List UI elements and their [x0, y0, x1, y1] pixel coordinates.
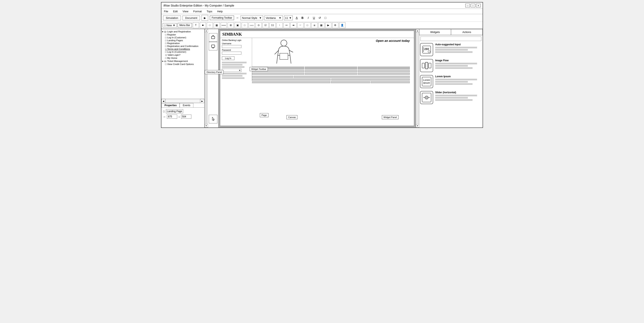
- menu-help[interactable]: Help: [216, 9, 224, 13]
- rect-tool[interactable]: □: [207, 22, 213, 28]
- svg-line-10: [290, 55, 291, 63]
- table-tool[interactable]: ⊞: [228, 22, 234, 28]
- underline-A-button[interactable]: A: [294, 15, 299, 20]
- document-button[interactable]: Document: [182, 15, 200, 20]
- main-window: iRise Studio Enterprise Edition - My Com…: [161, 2, 483, 128]
- tree-register[interactable]: □ Register: [162, 33, 204, 36]
- dir-btn-down[interactable]: [209, 42, 218, 50]
- cursor-tool[interactable]: ☞: [298, 22, 304, 28]
- tree-terms[interactable]: □ Terms and Conditions: [162, 47, 204, 50]
- tree-login-customer2[interactable]: □ Log In (Customer): [162, 50, 204, 53]
- tab-widgets[interactable]: Widgets: [419, 29, 451, 35]
- minimize-button[interactable]: —: [465, 4, 470, 7]
- close-button[interactable]: ✕: [476, 4, 480, 7]
- scroll-up[interactable]: ▲: [205, 29, 208, 32]
- formatting-toolbar-label: Formatting Toolbar: [210, 15, 234, 20]
- radio-tool[interactable]: ⊙: [256, 22, 262, 28]
- frame-tool2[interactable]: ▭▭: [248, 22, 255, 28]
- scroll-track[interactable]: [166, 99, 200, 103]
- svg-rect-4: [212, 45, 215, 47]
- play-tool[interactable]: ▶: [325, 22, 332, 28]
- tree-valid-login[interactable]: ◇ Valid Login?: [162, 53, 204, 56]
- size-dropdown-icon: ▼: [289, 16, 292, 19]
- size-select[interactable]: 11 ▼: [284, 15, 293, 20]
- undo-button[interactable]: ↺: [317, 15, 322, 20]
- dropdown-box[interactable]: ▼: [222, 69, 242, 72]
- menu-file[interactable]: File: [163, 9, 169, 13]
- scroll-down[interactable]: ▼: [205, 124, 208, 127]
- border-tool[interactable]: □: [242, 22, 248, 28]
- simulation-button[interactable]: Simulation: [163, 15, 181, 20]
- password-input[interactable]: [222, 52, 242, 54]
- tree-landing-pages[interactable]: □ Landing Pages: [162, 39, 204, 42]
- dir-btn-up[interactable]: [209, 33, 218, 42]
- page-tool[interactable]: □: [304, 22, 310, 28]
- auto-suggest-svg: 280: [421, 44, 432, 55]
- fill-tool[interactable]: ■: [200, 22, 206, 28]
- upload-tool[interactable]: ↑: [276, 22, 282, 28]
- user-tool[interactable]: 👤: [339, 22, 346, 28]
- image-flow-info: Image Flow: [435, 59, 482, 69]
- dir-btn-bottom[interactable]: [209, 115, 218, 123]
- menu-tops[interactable]: Tops: [206, 9, 213, 13]
- block12: [252, 78, 330, 80]
- maximize-button[interactable]: □: [471, 4, 475, 7]
- tree-scrollbar: ◀ ▶: [162, 99, 204, 103]
- tab-properties[interactable]: Properties: [162, 103, 180, 107]
- slider-svg: [421, 92, 432, 103]
- tree-login-customer1[interactable]: □ Log In (Customer): [162, 36, 204, 39]
- scroll-right[interactable]: ▶: [200, 99, 204, 103]
- style-select[interactable]: Normal Style ▼: [240, 15, 263, 20]
- style-dropdown-icon: ▼: [259, 16, 262, 19]
- bold-button[interactable]: B: [300, 15, 305, 20]
- menu-edit[interactable]: Edit: [172, 9, 178, 13]
- tab-actions[interactable]: Actions: [451, 29, 483, 35]
- block2: [305, 67, 357, 69]
- width-input[interactable]: 875: [167, 115, 177, 119]
- grid-tool[interactable]: ▦: [214, 22, 220, 28]
- number-tool[interactable]: 11: [270, 22, 276, 28]
- menu-format[interactable]: Format: [192, 9, 202, 13]
- block8: [305, 73, 357, 75]
- scroll-track-v[interactable]: [205, 32, 208, 124]
- split-tool[interactable]: ⊞: [311, 22, 318, 28]
- settings-tool[interactable]: ⚙: [332, 22, 338, 28]
- tab-events[interactable]: Events: [180, 103, 194, 107]
- check-tool[interactable]: ☑: [262, 22, 269, 28]
- formatting-group: Normal Style ▼ Verdana ▼ 11 ▼: [240, 15, 293, 20]
- text-tool[interactable]: T: [193, 22, 199, 28]
- font-select[interactable]: Verdana ▼: [264, 15, 283, 20]
- tree-registration-confirmation[interactable]: □ Registration and Confirmation: [162, 45, 204, 47]
- play-button[interactable]: ▶: [202, 15, 208, 21]
- frame-button[interactable]: □: [323, 15, 328, 20]
- tree-login-registration[interactable]: ▸ 🗂 Login and Registration: [162, 30, 204, 33]
- username-input[interactable]: [222, 45, 242, 48]
- tree-ticket-management[interactable]: ▸ 🗂 Ticket Management: [162, 59, 204, 63]
- svg-text:280: 280: [424, 47, 429, 51]
- props-content: □ Landing Page ↔ 875 ↕ 504: [162, 108, 204, 122]
- ruler-tool[interactable]: ═══: [221, 22, 227, 28]
- row4: [252, 76, 410, 78]
- arrow-tool[interactable]: ➡: [290, 22, 296, 28]
- tree-registration[interactable]: □ Registration: [162, 42, 204, 45]
- scroll-bottom-arrow[interactable]: ▼: [416, 124, 419, 127]
- row3: [252, 73, 410, 75]
- grid2-tool[interactable]: ▦: [318, 22, 324, 28]
- list-tool[interactable]: ≡≡: [284, 22, 290, 28]
- tree-credit-card[interactable]: □ View Credit Card Options: [162, 63, 204, 66]
- callout-canvas: Canvas: [286, 115, 298, 119]
- height-input[interactable]: 504: [181, 115, 191, 119]
- bank-body: Online Banking Login Username Password L…: [220, 38, 414, 81]
- italic-button[interactable]: I: [306, 15, 311, 20]
- new-button[interactable]: □ New ▼: [163, 23, 177, 27]
- widget-search[interactable]: [420, 36, 481, 41]
- scroll-top-arrow[interactable]: ▲: [416, 29, 419, 32]
- menu-view[interactable]: View: [182, 9, 189, 13]
- scroll-left[interactable]: ◀: [162, 99, 166, 103]
- login-button[interactable]: Log In: [222, 56, 234, 60]
- title-bar: iRise Studio Enterprise Edition - My Com…: [162, 2, 482, 9]
- underline-button[interactable]: U: [312, 15, 316, 20]
- widget-tool[interactable]: ▣: [235, 22, 241, 28]
- page-name-input[interactable]: Landing Page: [166, 109, 183, 113]
- tree-my-home[interactable]: □ My Home: [162, 56, 204, 59]
